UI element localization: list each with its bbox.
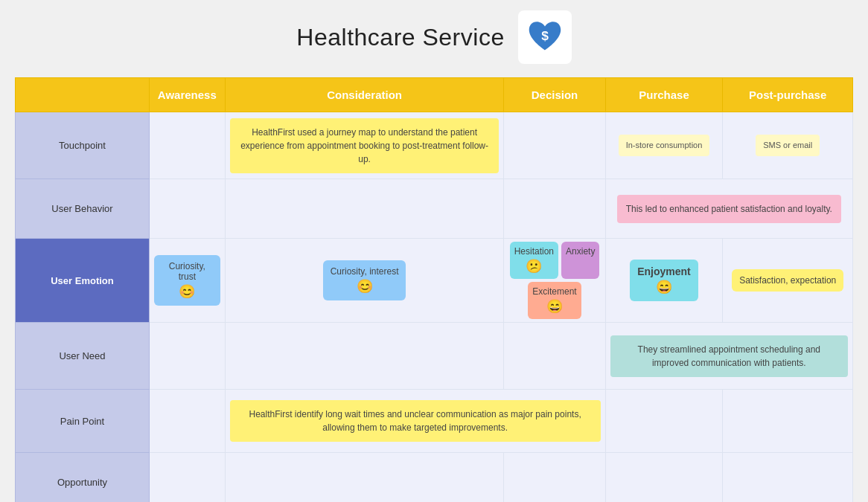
pain-postpurchase-cell bbox=[723, 390, 853, 453]
touchpoint-consideration-cell: HealthFirst used a journey map to unders… bbox=[225, 112, 504, 179]
row-header-emotion: User Emotion bbox=[16, 239, 150, 323]
main-content: Awareness Consideration Decision Purchas… bbox=[0, 71, 868, 502]
journey-map-table: Awareness Consideration Decision Purchas… bbox=[15, 77, 853, 502]
emotion-chip-anxiety: Anxiety bbox=[561, 242, 599, 279]
row-header-opportunity: Opportunity bbox=[16, 453, 150, 503]
col-header-consideration: Consideration bbox=[225, 78, 504, 112]
emotion-chip-hesitation: Hesitation 😕 bbox=[510, 242, 558, 279]
need-purchase-note: They streamlined appointment scheduling … bbox=[610, 335, 848, 377]
row-header-behavior: User Behavior bbox=[16, 179, 150, 239]
emotion-postpurchase-label: Satisfaction, expectation bbox=[739, 275, 836, 286]
user-behavior-row: User Behavior This led to enhanced patie… bbox=[16, 179, 853, 239]
touchpoint-decision-cell bbox=[504, 112, 605, 179]
behavior-purchase-note: This led to enhanced patient satisfactio… bbox=[617, 195, 841, 223]
svg-text:$: $ bbox=[541, 28, 549, 43]
col-header-decision: Decision bbox=[504, 78, 605, 112]
row-header-need: User Need bbox=[16, 323, 150, 390]
touchpoint-consideration-note: HealthFirst used a journey map to unders… bbox=[230, 118, 500, 173]
header: Healthcare Service $ bbox=[0, 0, 868, 71]
user-need-row: User Need They streamlined appointment s… bbox=[16, 323, 853, 390]
pain-awareness-cell bbox=[150, 390, 226, 453]
opportunity-postpurchase-cell bbox=[723, 453, 853, 503]
logo-icon: $ bbox=[523, 16, 567, 59]
emotion-chip-purchase: Enjoyment 😄 bbox=[630, 260, 698, 301]
emotion-chip-awareness: Curiosity, trust 😊 bbox=[154, 255, 220, 306]
col-header-purchase: Purchase bbox=[605, 78, 723, 112]
page: Healthcare Service $ Awareness Considera… bbox=[0, 0, 868, 502]
user-emotion-row: User Emotion Curiosity, trust 😊 Curiosit… bbox=[16, 239, 853, 323]
emotion-hesitation-label: Hesitation bbox=[514, 246, 554, 257]
emotion-chip-consideration: Curiosity, interest 😊 bbox=[323, 260, 406, 300]
col-header-postpurchase: Post-purchase bbox=[723, 78, 853, 112]
touchpoint-purchase-note: In-store consumption bbox=[619, 135, 710, 156]
row-header-pain: Pain Point bbox=[16, 390, 150, 453]
emotion-consideration-emoji: 😊 bbox=[357, 278, 373, 295]
need-purchase-cell: They streamlined appointment scheduling … bbox=[605, 323, 852, 390]
touchpoint-awareness-cell bbox=[150, 112, 226, 179]
emotion-excitement-emoji: 😄 bbox=[546, 298, 563, 315]
need-awareness-cell bbox=[150, 323, 226, 390]
emotion-postpurchase-cell: Satisfaction, expectation bbox=[723, 239, 853, 323]
behavior-decision-cell bbox=[504, 179, 605, 239]
logo-container: $ bbox=[518, 10, 572, 64]
behavior-consideration-cell bbox=[225, 179, 504, 239]
pain-consideration-note: HealthFirst identify long wait times and… bbox=[230, 400, 601, 442]
header-empty-cell bbox=[16, 78, 150, 112]
page-title: Healthcare Service bbox=[296, 24, 504, 51]
behavior-purchase-cell: This led to enhanced patient satisfactio… bbox=[605, 179, 852, 239]
touchpoint-row: Touchpoint HealthFirst used a journey ma… bbox=[16, 112, 853, 179]
opportunity-consideration-cell bbox=[225, 453, 504, 503]
emotion-awareness-cell: Curiosity, trust 😊 bbox=[150, 239, 226, 323]
column-headers-row: Awareness Consideration Decision Purchas… bbox=[16, 78, 853, 112]
emotion-decision-cell: Hesitation 😕 Anxiety Excitement 😄 bbox=[504, 239, 605, 323]
emotion-purchase-label: Enjoyment bbox=[637, 266, 691, 277]
opportunity-purchase-cell bbox=[605, 453, 723, 503]
row-header-touchpoint: Touchpoint bbox=[16, 112, 150, 179]
pain-consideration-cell: HealthFirst identify long wait times and… bbox=[225, 390, 605, 453]
pain-purchase-cell bbox=[605, 390, 723, 453]
emotion-hesitation-emoji: 😕 bbox=[526, 258, 542, 274]
emotion-awareness-label: Curiosity, trust bbox=[162, 261, 213, 282]
opportunity-awareness-cell bbox=[150, 453, 226, 503]
behavior-awareness-cell bbox=[150, 179, 226, 239]
emotion-awareness-emoji: 😊 bbox=[179, 283, 195, 300]
col-header-awareness: Awareness bbox=[150, 78, 226, 112]
emotion-chip-excitement: Excitement 😄 bbox=[528, 282, 581, 319]
need-consideration-cell bbox=[225, 323, 504, 390]
emotion-anxiety-label: Anxiety bbox=[566, 246, 595, 257]
touchpoint-postpurchase-note: SMS or email bbox=[756, 135, 820, 156]
emotion-purchase-cell: Enjoyment 😄 bbox=[605, 239, 723, 323]
opportunity-row: Opportunity bbox=[16, 453, 853, 503]
opportunity-decision-cell bbox=[504, 453, 605, 503]
emotion-chip-postpurchase: Satisfaction, expectation bbox=[732, 269, 843, 292]
emotion-consideration-cell: Curiosity, interest 😊 bbox=[225, 239, 504, 323]
touchpoint-purchase-cell: In-store consumption bbox=[605, 112, 723, 179]
touchpoint-postpurchase-cell: SMS or email bbox=[723, 112, 853, 179]
pain-point-row: Pain Point HealthFirst identify long wai… bbox=[16, 390, 853, 453]
emotion-purchase-emoji: 😄 bbox=[656, 279, 672, 295]
need-decision-cell bbox=[504, 323, 605, 390]
emotion-consideration-label: Curiosity, interest bbox=[331, 266, 399, 277]
emotion-excitement-label: Excitement bbox=[532, 286, 576, 297]
